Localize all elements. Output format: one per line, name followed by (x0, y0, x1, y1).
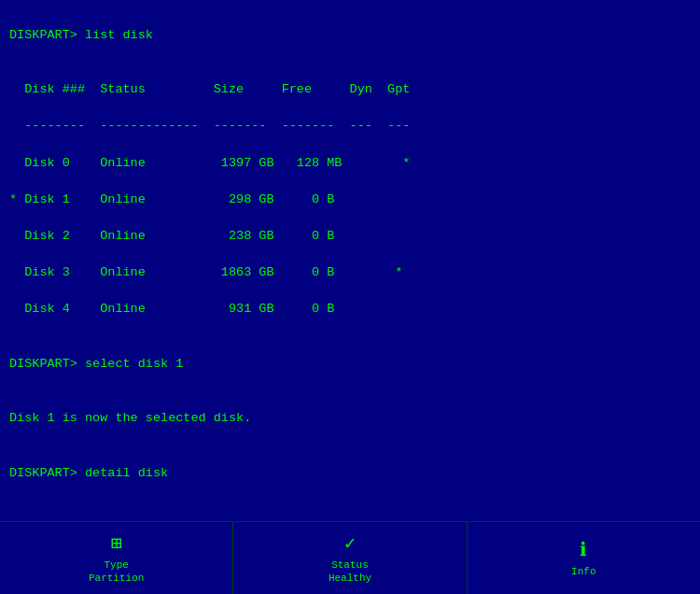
line-disk4: Disk 4 Online 931 GB 0 B (9, 300, 691, 318)
terminal-output: DISKPART> list disk Disk ### Status Size… (9, 7, 691, 594)
bottom-toolbar: ⊞ TypePartition ✓ StatusHealthy ℹ Info (0, 521, 700, 594)
type-icon: ⊞ (111, 531, 122, 555)
line-diskpart-list: DISKPART> list disk (9, 26, 691, 45)
status-label: StatusHealthy (329, 559, 371, 586)
status-icon: ✓ (344, 531, 356, 555)
line-disk2: Disk 2 Online 238 GB 0 B (9, 227, 691, 246)
type-section[interactable]: ⊞ TypePartition (0, 522, 233, 594)
terminal-window: DISKPART> list disk Disk ### Status Size… (0, 0, 700, 594)
line-disk1: * Disk 1 Online 298 GB 0 B (9, 191, 691, 209)
info-label: Info (571, 565, 595, 578)
info-section[interactable]: ℹ Info (468, 522, 700, 594)
line-disk3: Disk 3 Online 1863 GB 0 B * (9, 263, 691, 282)
line-select-cmd: DISKPART> select disk 1 (9, 355, 691, 374)
info-icon: ℹ (580, 538, 587, 561)
status-section[interactable]: ✓ StatusHealthy (233, 522, 467, 594)
line-detail-cmd: DISKPART> detail disk (9, 464, 691, 483)
line-disk0: Disk 0 Online 1397 GB 128 MB * (9, 154, 691, 173)
line-header: Disk ### Status Size Free Dyn Gpt (9, 80, 691, 99)
line-selected-msg: Disk 1 is now the selected disk. (9, 409, 691, 428)
type-label: TypePartition (89, 559, 144, 586)
line-separator: -------- ------------- ------- ------- -… (9, 117, 691, 135)
